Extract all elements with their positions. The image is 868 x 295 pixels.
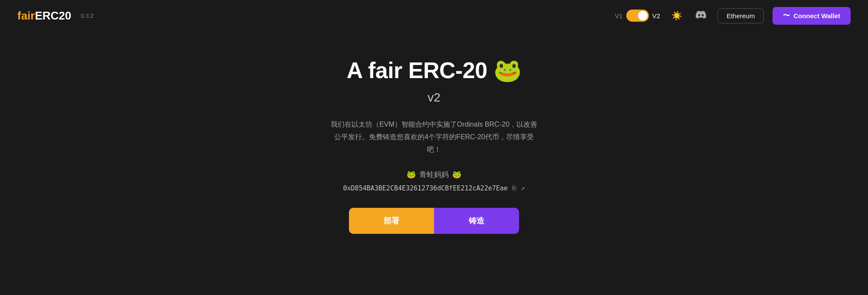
header-left: fair ERC20 0.3.2 bbox=[17, 9, 93, 23]
discord-button[interactable] bbox=[693, 8, 709, 23]
v2-label: V2 bbox=[652, 12, 660, 20]
hero-description: 我们在以太坊（EVM）智能合约中实施了Ordinals BRC-20，以改善公平… bbox=[330, 118, 538, 156]
hero-title: A fair ERC-20 🐸 bbox=[347, 57, 521, 84]
discord-icon bbox=[696, 11, 706, 21]
header-right: V1 V2 ☀️ Ethereum 〜 Connect Wal bbox=[615, 7, 851, 25]
logo-fair: fair bbox=[17, 9, 35, 23]
contract-address-text: 0xD854BA3BE2CB4E32612736dCBfEE212cA22e7E… bbox=[343, 184, 508, 192]
header: fair ERC20 0.3.2 V1 V2 ☀️ bbox=[0, 0, 868, 31]
action-buttons: 部署 铸造 bbox=[349, 208, 519, 234]
toggle-thumb bbox=[638, 11, 648, 20]
version-toggle[interactable]: V1 V2 bbox=[615, 10, 660, 22]
logo: fair ERC20 bbox=[17, 9, 71, 23]
version-toggle-switch[interactable] bbox=[626, 10, 649, 22]
frog-icon-left: 🐸 bbox=[407, 170, 416, 179]
deploy-button[interactable]: 部署 bbox=[349, 208, 434, 234]
connect-wallet-label: Connect Wallet bbox=[793, 12, 840, 20]
connect-wallet-button[interactable]: 〜 Connect Wallet bbox=[773, 7, 851, 25]
contract-address-row: 0xD854BA3BE2CB4E32612736dCBfEE212cA22e7E… bbox=[343, 184, 525, 192]
ethereum-label: Ethereum bbox=[727, 12, 755, 20]
theme-toggle-button[interactable]: ☀️ bbox=[669, 8, 684, 23]
v1-label: V1 bbox=[615, 12, 622, 20]
ethereum-button[interactable]: Ethereum bbox=[717, 8, 764, 23]
copy-icon[interactable]: ⎘ bbox=[512, 184, 516, 192]
sun-icon: ☀️ bbox=[671, 10, 682, 21]
wallet-icon: 〜 bbox=[783, 11, 790, 20]
app-version: 0.3.2 bbox=[81, 13, 93, 19]
main-content: A fair ERC-20 🐸 v2 我们在以太坊（EVM）智能合约中实施了Or… bbox=[0, 31, 868, 234]
hero-subtitle: v2 bbox=[427, 91, 441, 105]
contract-name: 青蛙妈妈 bbox=[419, 170, 449, 180]
mint-button[interactable]: 铸造 bbox=[434, 208, 519, 234]
logo-erc20: ERC20 bbox=[35, 9, 71, 23]
contract-label: 🐸 青蛙妈妈 🐸 bbox=[407, 170, 461, 180]
frog-icon-right: 🐸 bbox=[452, 170, 461, 179]
external-link-icon[interactable]: ↗ bbox=[521, 184, 525, 192]
